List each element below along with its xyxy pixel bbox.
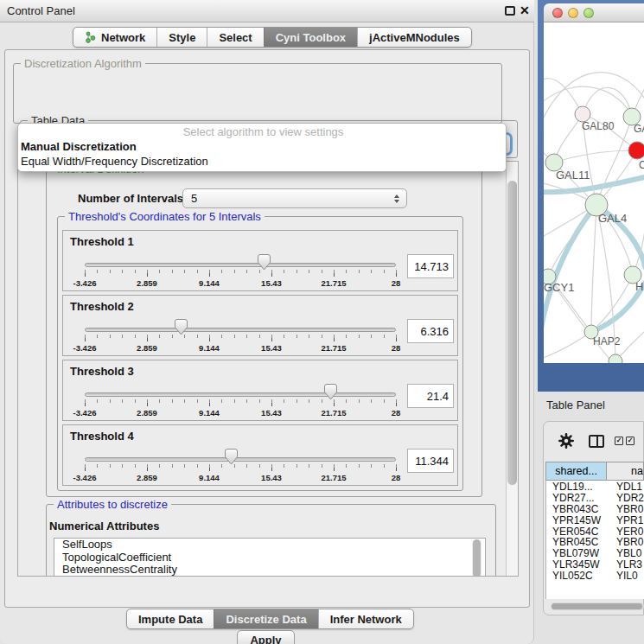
tick-label: 15.43 xyxy=(261,473,282,482)
threshold-1-value-field[interactable] xyxy=(407,254,454,278)
list-item[interactable]: BetweennessCentrality xyxy=(54,564,485,577)
table-row[interactable]: YER054CYER0 xyxy=(546,526,644,537)
tick-label: 9.144 xyxy=(199,278,220,288)
threshold-4-slider-handle[interactable] xyxy=(225,449,238,465)
column-header-name[interactable]: na xyxy=(607,462,644,481)
checkbox-icon[interactable]: ✓ xyxy=(626,437,634,445)
scrollbar-thumb[interactable] xyxy=(507,181,517,485)
algorithm-option-manual[interactable]: Manual Discretization xyxy=(18,139,506,154)
table-row[interactable]: YLR345WYLR3 xyxy=(546,558,644,570)
tab-impute-data[interactable]: Impute Data xyxy=(127,609,214,628)
cell-shared-name[interactable]: YPR145W xyxy=(552,514,601,526)
gear-icon[interactable] xyxy=(558,433,574,449)
threshold-1-panel: Threshold 1-3.4262.8599.14415.4321.71528 xyxy=(62,230,458,291)
cyni-toolbox-panel: Discretization Algorithm Select algorith… xyxy=(4,49,530,608)
threshold-2-slider[interactable] xyxy=(85,328,396,332)
cell-shared-name[interactable]: YBR043C xyxy=(552,503,598,515)
tab-infer-network[interactable]: Infer Network xyxy=(318,609,413,628)
column-header-shared-name[interactable]: shared... xyxy=(545,462,607,481)
svg-text:GCY1: GCY1 xyxy=(544,281,574,294)
network-view-canvas[interactable]: GAL80 GA C GAL11 GAL4 GCY1 H HAP2 xyxy=(544,22,644,363)
threshold-3-slider-handle[interactable] xyxy=(324,384,337,400)
threshold-2-slider-handle[interactable] xyxy=(175,319,188,335)
threshold-2-value-field[interactable] xyxy=(407,319,454,343)
threshold-3-value-field[interactable] xyxy=(407,384,454,408)
algorithm-option-equal-width[interactable]: Equal Width/Frequency Discretization xyxy=(18,154,506,169)
tab-discretize-data[interactable]: Discretize Data xyxy=(214,609,317,628)
threshold-1-slider[interactable] xyxy=(85,263,396,267)
table-horizontal-scrollbar[interactable] xyxy=(551,603,644,610)
attributes-scrollbar[interactable] xyxy=(472,539,481,577)
minimize-traffic-light-icon[interactable] xyxy=(568,8,578,18)
slider-ticks xyxy=(85,464,397,468)
discretization-algorithm-label: Discretization Algorithm xyxy=(21,57,145,70)
apply-button[interactable]: Apply xyxy=(237,630,295,644)
cell-name[interactable]: YIL0 xyxy=(616,570,638,582)
column-split-icon[interactable] xyxy=(589,435,604,448)
cell-shared-name[interactable]: YDL19... xyxy=(552,481,593,493)
threshold-4-value-field[interactable] xyxy=(407,449,454,473)
cell-shared-name[interactable]: YBR045C xyxy=(552,536,598,548)
tick-label: -3.426 xyxy=(73,278,97,288)
algorithm-dropdown-popup: Select algorithm to view settings Manual… xyxy=(17,123,507,172)
cell-shared-name[interactable]: YIL052C xyxy=(552,570,593,582)
table-row[interactable]: YDR27...YDR2 xyxy=(546,492,644,503)
numerical-attributes-list[interactable]: SelfLoopsTopologicalCoefficientBetweenne… xyxy=(54,538,486,577)
list-item[interactable]: TopologicalCoefficient xyxy=(54,552,485,564)
table-row[interactable]: YDL19...YDL1 xyxy=(546,481,644,492)
scrollbar-thumb[interactable] xyxy=(552,603,642,609)
table-row[interactable]: YPR145WYPR1 xyxy=(546,514,644,526)
table-row[interactable]: YBR045CYBR0 xyxy=(546,536,644,547)
tab-label: Infer Network xyxy=(330,613,402,626)
tick-label: 2.859 xyxy=(137,343,157,353)
table-row[interactable]: YBL079WYBL0 xyxy=(546,547,644,558)
number-of-intervals-label: Number of Intervals xyxy=(78,192,183,205)
threshold-3-panel: Threshold 3-3.4262.8599.14415.4321.71528 xyxy=(62,360,458,421)
cell-name[interactable]: YDR2 xyxy=(616,492,644,504)
svg-text:GAL80: GAL80 xyxy=(582,120,615,132)
threshold-3-slider[interactable] xyxy=(85,392,396,397)
tab-style[interactable]: Style xyxy=(156,28,207,47)
list-item[interactable]: SelfLoops xyxy=(54,539,485,552)
number-of-intervals-select[interactable]: 5 xyxy=(182,188,407,208)
tick-label: 21.715 xyxy=(321,343,346,353)
cell-shared-name[interactable]: YDR27... xyxy=(552,492,595,504)
tab-select[interactable]: Select xyxy=(207,28,263,47)
number-of-intervals-value: 5 xyxy=(183,192,394,205)
close-icon[interactable]: ✕ xyxy=(520,3,530,17)
table-rows-viewport[interactable]: YDL19...YDL1YDR27...YDR2YBR043CYBR0YPR14… xyxy=(545,481,644,599)
tab-jactivemnodules[interactable]: jActiveMNodules xyxy=(357,28,471,47)
cell-name[interactable]: YER0 xyxy=(616,526,643,538)
threshold-1-slider-handle[interactable] xyxy=(258,254,271,271)
attributes-group-label: Attributes to discretize xyxy=(54,498,171,511)
settings-scrollpane: Interval Definition Number of Intervals … xyxy=(17,161,519,577)
svg-text:H: H xyxy=(635,280,643,293)
cell-name[interactable]: YLR3 xyxy=(616,558,642,571)
settings-vertical-scrollbar[interactable] xyxy=(506,162,518,576)
cell-name[interactable]: YDL1 xyxy=(616,481,642,493)
cell-name[interactable]: YPR1 xyxy=(616,514,643,526)
cell-shared-name[interactable]: YBL079W xyxy=(552,547,599,559)
cell-name[interactable]: YBR0 xyxy=(616,536,643,548)
tab-label: Style xyxy=(169,31,195,44)
cell-name[interactable]: YBR0 xyxy=(616,503,643,515)
threshold-4-slider[interactable] xyxy=(85,457,396,462)
algorithm-placeholder-option[interactable]: Select algorithm to view settings xyxy=(18,124,506,139)
control-panel-titlebar: Control Panel ✕ xyxy=(0,0,534,22)
close-traffic-light-icon[interactable] xyxy=(552,8,563,18)
tab-label: Discretize Data xyxy=(226,613,306,626)
float-window-icon[interactable] xyxy=(505,6,515,16)
zoom-traffic-light-icon[interactable] xyxy=(583,8,594,18)
thresholds-group: Threshold's Coordinates for 5 Intervals … xyxy=(57,216,463,491)
tick-label: -3.426 xyxy=(73,473,97,482)
tab-label: Select xyxy=(219,31,252,44)
cell-shared-name[interactable]: YLR345W xyxy=(552,558,600,571)
tick-label: 15.43 xyxy=(261,408,282,418)
table-row[interactable]: YBR043CYBR0 xyxy=(546,503,644,514)
tab-cyni-toolbox[interactable]: Cyni Toolbox xyxy=(264,28,357,47)
cell-name[interactable]: YBL0 xyxy=(616,547,641,559)
checkbox-icon[interactable]: ✓ xyxy=(615,437,623,445)
tab-network[interactable]: Network xyxy=(73,28,156,47)
cell-shared-name[interactable]: YER054C xyxy=(552,526,598,538)
table-row[interactable]: YIL052CYIL0 xyxy=(546,570,644,581)
